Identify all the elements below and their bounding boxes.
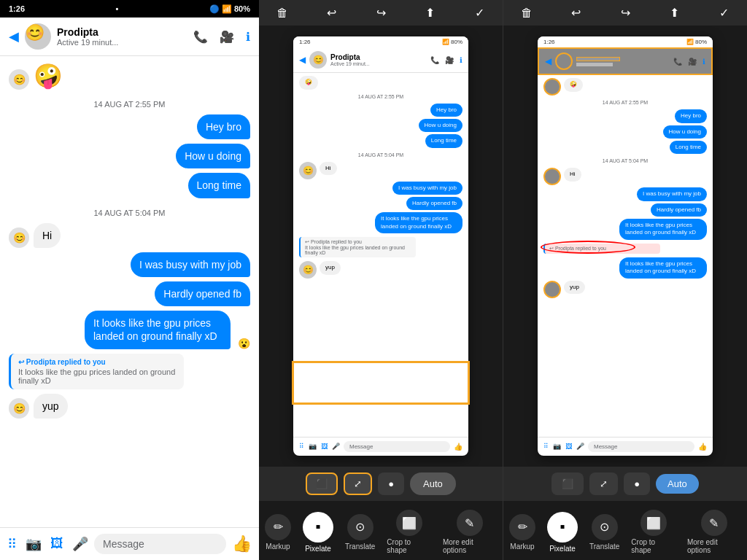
translate-label-right: Translate [589,542,619,551]
mini-sticker-right [543,78,561,96]
mini-cam-icon: 📷 [309,443,317,450]
header-actions: 📞 🎥 ℹ [193,30,250,44]
more-edit-label: More edit options [443,538,497,554]
mini-call-icon-right: 📞 [673,58,682,66]
mini-status-icons-right: 📶 80% [686,39,707,45]
bubble-yup: yup [34,394,68,419]
right-tool-btn-2[interactable]: ⤢ [589,472,618,495]
mini-img-icon: 🖼 [321,443,328,450]
mini-reply-ctx-right: ↩ Prodipta replied to you [543,244,660,254]
mini-name-blurred [576,57,620,61]
crop-label-right: Crop to shape [631,538,676,554]
right-auto-btn[interactable]: Auto [656,474,699,494]
mic-icon[interactable]: 🎤 [72,536,88,552]
video-call-icon[interactable]: 🎥 [220,30,234,44]
right-tool-btn-3[interactable]: ● [624,472,650,495]
mini-img-right: 🖼 [565,443,572,450]
date-separator-2: 14 AUG AT 5:04 PM [9,209,250,217]
tool-btn-1[interactable]: ⬛ [306,472,338,495]
dot-left: • [116,4,119,13]
mini-sticker-emoji-right: 🤪 [564,78,583,91]
mini-mic-icon: 🎤 [332,443,340,450]
back-icon[interactable]: ◀ [9,28,19,44]
bubble-how-u-doing: How u doing [176,144,250,168]
share-toolbar-icon[interactable]: ⬆ [419,6,442,20]
redo-toolbar-icon[interactable]: ↪ [369,6,392,20]
share-right-icon[interactable]: ⬆ [663,6,686,20]
sender-avatar-2: 😊 [9,228,29,248]
pixelate-tool[interactable]: ▪ Pixelate [297,509,339,556]
crop-icon: ⬜ [396,510,422,536]
pixelate-icon: ▪ [303,512,333,542]
mini-active-status: Active 19 minut... [330,61,427,66]
bubble-long-time: Long time [188,173,250,198]
crop-tool-right[interactable]: ⬜ Crop to shape [625,507,681,557]
screenshot-preview-right: 1:26 📶 80% ◀ 📞 🎥 ℹ [503,26,747,467]
mini-mic-right: 🎤 [576,443,584,450]
mini-input-icons-right: ⠿ 📷 🖼 🎤 [543,443,584,450]
markup-tool[interactable]: ✏ Markup [259,511,297,553]
translate-tool-right[interactable]: ⊙ Translate [584,511,625,553]
delete-right-icon[interactable]: 🗑 [515,7,538,20]
markup-tool-right[interactable]: ✏ Markup [503,511,541,553]
redo-right-icon[interactable]: ↪ [614,6,637,20]
tool-btn-3[interactable]: ● [378,472,404,495]
markup-icon: ✏ [265,514,291,540]
like-icon[interactable]: 👍 [232,534,252,553]
mini-sender-3: 😊 [299,261,317,279]
chat-input-bar: ⠿ 📷 🖼 🎤 Message 👍 [0,527,259,560]
check-right-icon[interactable]: ✓ [712,6,735,20]
screenshot-preview-middle: 1:26 📶 80% ◀ 😊 Prodipta Active 19 minut.… [259,26,503,467]
camera-icon[interactable]: 📷 [26,536,42,552]
translate-label: Translate [345,542,375,551]
mini-video-icon-right: 🎥 [688,58,697,66]
status-icons-left: 🔵 📶 80% [209,4,250,14]
screenshot-editor-middle: 🗑 ↩ ↪ ⬆ ✓ 1:26 📶 80% ◀ 😊 Prodipta [259,0,503,560]
phone-screenshot-right: 1:26 📶 80% ◀ 📞 🎥 ℹ [538,36,713,456]
tool-options-right: ⬛ ⤢ ● Auto [503,467,747,501]
markup-icon-right: ✏ [509,514,535,540]
mini-back-icon-right: ◀ [545,56,551,66]
contact-name: Prodipta [57,26,187,38]
check-toolbar-icon[interactable]: ✓ [468,6,491,20]
mini-input-bar-right: ⠿ 📷 🖼 🎤 Message 👍 [538,437,713,456]
more-edit-tool-right[interactable]: ✎ More edit options [681,507,747,557]
mini-like-right: 👍 [698,443,707,451]
mini-time-right: 1:26 [543,39,555,45]
msg-hey-bro: Hey bro [9,114,250,139]
right-tool-btn-1[interactable]: ⬛ [551,472,584,495]
reply-message: It looks like the gpu prices landed on g… [18,368,177,385]
tool-btn-2[interactable]: ⤢ [344,472,372,495]
mini-time: 1:26 [299,39,311,45]
mini-status-icons: 📶 80% [442,39,462,45]
mini-gpu: It looks like the gpu prices landed on g… [375,212,462,233]
grid-icon[interactable]: ⠿ [7,536,17,552]
mini-status-blurred [576,63,613,66]
more-edit-icon: ✎ [457,510,483,536]
reply-label: ↩ Prodipta replied to you [18,358,177,366]
call-icon[interactable]: 📞 [193,30,208,44]
undo-toolbar-icon[interactable]: ↩ [320,6,344,20]
mini-sender-2-right [543,168,561,185]
mini-info-icon-right: ℹ [703,58,705,66]
auto-tool-btn[interactable]: Auto [410,472,456,495]
more-edit-tool[interactable]: ✎ More edit options [437,507,503,557]
crop-tool[interactable]: ⬜ Crop to shape [381,507,437,557]
msg-gpu: It looks like the gpu prices landed on g… [9,311,250,349]
translate-tool[interactable]: ⊙ Translate [339,511,381,553]
undo-right-icon[interactable]: ↩ [565,6,588,20]
pixelate-tool-right[interactable]: ▪ Pixelate [541,509,584,556]
message-input[interactable]: Message [94,534,226,554]
mini-date-2: 14 AUG AT 5:04 PM [299,152,462,158]
bubble-fb: Hardly opened fb [155,281,250,306]
delete-toolbar-icon[interactable]: 🗑 [271,7,294,20]
right-auto-label: Auto [667,478,687,489]
info-icon[interactable]: ℹ [246,30,250,44]
mini-input-bar: ⠿ 📷 🖼 🎤 Message 👍 [293,437,468,456]
image-icon[interactable]: 🖼 [50,536,63,552]
chat-messages: 😊 🤪 14 AUG AT 2:55 PM Hey bro How u doin… [0,56,259,527]
msg-fb: Hardly opened fb [9,281,250,306]
contact-avatar: 😊 [25,23,51,50]
msg-busy: I was busy with my job [9,252,250,277]
mini-input-right: Message [588,441,694,452]
